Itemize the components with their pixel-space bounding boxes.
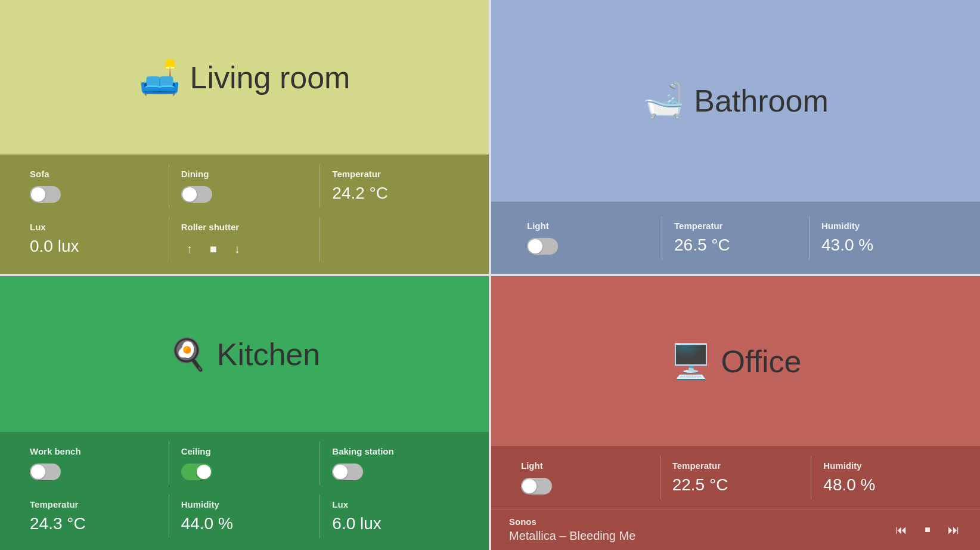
empty-group — [320, 217, 471, 262]
office-humidity-label: Humidity — [823, 461, 861, 471]
dining-label: Dining — [181, 169, 209, 179]
office-humidity-group: Humidity 48.0 % — [811, 456, 962, 499]
sonos-section: Sonos Metallica – Bleeding Me — [509, 517, 635, 543]
dining-group: Dining — [169, 164, 320, 208]
kitchen-lux-label: Lux — [332, 499, 348, 509]
office-light-toggle[interactable] — [521, 478, 552, 495]
lux-value: 0.0 lux — [30, 237, 79, 256]
lux-group: Lux 0.0 lux — [18, 217, 169, 262]
shutter-stop-btn[interactable]: ■ — [205, 240, 222, 257]
bathroom-humidity-label: Humidity — [821, 221, 860, 231]
kitchen-temp-label: Temperatur — [30, 499, 78, 509]
office-top-row: Light Temperatur 22.5 °C Humidity 48.0 % — [491, 446, 980, 509]
kitchen-humidity-group: Humidity 44.0 % — [169, 495, 320, 538]
kitchen-lux-value: 6.0 lux — [332, 514, 382, 533]
shutter-up-btn[interactable]: ↑ — [181, 240, 198, 257]
bathroom-temp-label: Temperatur — [674, 221, 722, 231]
office-controls: Light Temperatur 22.5 °C Humidity 48.0 %… — [491, 446, 980, 550]
office-light-label: Light — [521, 461, 543, 471]
bathroom-card: 🛁 Bathroom Light Temperatur 26.5 °C Humi… — [491, 0, 980, 274]
sofa-label: Sofa — [30, 169, 49, 179]
shutter-controls: ↑ ■ ↓ — [181, 240, 246, 257]
office-light-group: Light — [509, 456, 660, 499]
shutter-down-btn[interactable]: ↓ — [229, 240, 246, 257]
office-icon: 🖥️ — [670, 345, 712, 378]
sonos-track: Metallica – Bleeding Me — [509, 529, 635, 543]
bathroom-temp-group: Temperatur 26.5 °C — [662, 216, 809, 259]
roller-shutter-group: Roller shutter ↑ ■ ↓ — [169, 217, 320, 262]
kitchen-lux-group: Lux 6.0 lux — [320, 495, 471, 538]
living-temp-label: Temperatur — [332, 169, 380, 179]
bathroom-humidity-group: Humidity 43.0 % — [810, 216, 956, 259]
workbench-toggle[interactable] — [30, 464, 61, 480]
workbench-group: Work bench — [18, 441, 169, 485]
living-room-controls-2: Lux 0.0 lux Roller shutter ↑ ■ ↓ — [0, 217, 489, 274]
sofa-group: Sofa — [18, 164, 169, 208]
kitchen-icon: 🍳 — [169, 339, 207, 370]
living-temp-group: Temperatur 24.2 °C — [320, 164, 471, 208]
kitchen-temp-value: 24.3 °C — [30, 514, 86, 533]
baking-group: Baking station — [320, 441, 471, 485]
kitchen-humidity-value: 44.0 % — [181, 514, 233, 533]
living-room-icon: 🛋️ — [139, 61, 181, 94]
kitchen-controls-top: Work bench Ceiling Baking station — [0, 432, 489, 495]
office-temp-group: Temperatur 22.5 °C — [660, 456, 811, 499]
sonos-prev-btn[interactable]: ⏮ — [893, 521, 910, 538]
bathroom-humidity-value: 43.0 % — [821, 236, 873, 255]
sonos-label: Sonos — [509, 517, 635, 527]
bathroom-title: Bathroom — [694, 83, 828, 119]
sofa-toggle[interactable] — [30, 186, 61, 203]
ceiling-label: Ceiling — [181, 446, 211, 456]
ceiling-group: Ceiling — [169, 441, 320, 485]
office-humidity-value: 48.0 % — [823, 475, 875, 495]
roller-shutter-label: Roller shutter — [181, 222, 240, 232]
living-temp-value: 24.2 °C — [332, 184, 388, 203]
sonos-controls: ⏮ ■ ⏭ — [893, 521, 962, 538]
bathroom-header: 🛁 Bathroom — [491, 0, 980, 202]
dining-toggle[interactable] — [181, 186, 212, 203]
bathroom-light-toggle[interactable] — [527, 238, 558, 255]
bathroom-light-label: Light — [527, 221, 549, 231]
kitchen-humidity-label: Humidity — [181, 499, 219, 509]
living-room-header: 🛋️ Living room — [0, 0, 489, 155]
office-title: Office — [721, 344, 802, 379]
bathroom-controls: Light Temperatur 26.5 °C Humidity 43.0 % — [491, 202, 980, 274]
lux-label: Lux — [30, 222, 46, 232]
living-room-controls: Sofa Dining Temperatur 24.2 °C — [0, 155, 489, 217]
office-temp-label: Temperatur — [672, 461, 721, 471]
kitchen-card: 🍳 Kitchen Work bench Ceiling Baking stat… — [0, 276, 489, 550]
kitchen-title: Kitchen — [217, 336, 320, 372]
sonos-stop-btn[interactable]: ■ — [919, 521, 936, 538]
kitchen-controls-bottom: Temperatur 24.3 °C Humidity 44.0 % Lux 6… — [0, 495, 489, 550]
bathroom-icon: 🛁 — [643, 84, 684, 118]
workbench-label: Work bench — [30, 446, 81, 456]
baking-toggle[interactable] — [332, 464, 363, 480]
living-room-title: Living room — [190, 60, 351, 95]
office-card: 🖥️ Office Light Temperatur 22.5 °C Humid… — [491, 276, 980, 550]
baking-label: Baking station — [332, 446, 393, 456]
office-header: 🖥️ Office — [491, 276, 980, 446]
living-room-card: 🛋️ Living room Sofa Dining Temperatur 24… — [0, 0, 489, 274]
kitchen-header: 🍳 Kitchen — [0, 276, 489, 432]
office-sonos-row: Sonos Metallica – Bleeding Me ⏮ ■ ⏭ — [491, 509, 980, 550]
ceiling-toggle[interactable] — [181, 464, 212, 480]
bathroom-light-group: Light — [515, 216, 662, 259]
kitchen-temp-group: Temperatur 24.3 °C — [18, 495, 169, 538]
sonos-next-btn[interactable]: ⏭ — [945, 521, 962, 538]
office-temp-value: 22.5 °C — [672, 475, 728, 495]
bathroom-temp-value: 26.5 °C — [674, 236, 730, 255]
